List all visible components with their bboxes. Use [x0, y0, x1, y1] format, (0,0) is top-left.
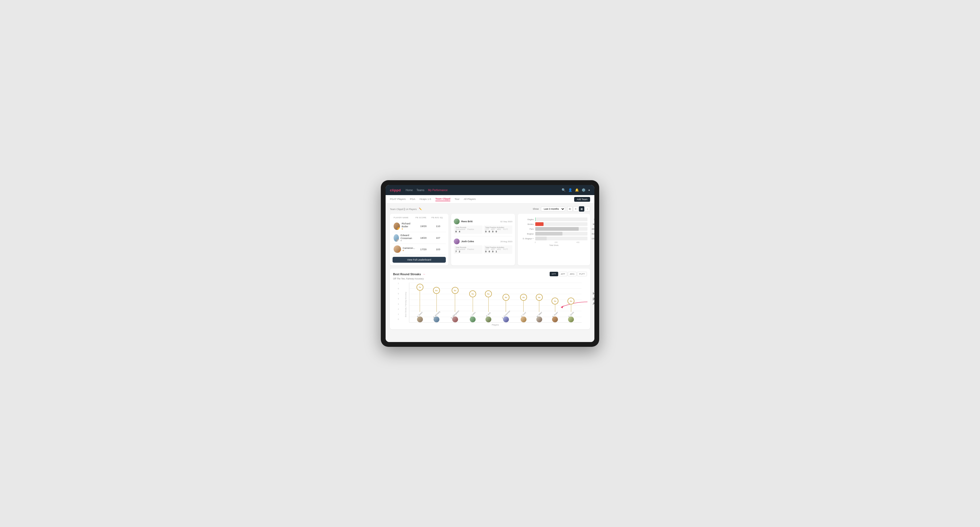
subnav-pga[interactable]: PGA — [410, 197, 415, 201]
view-leaderboard-button[interactable]: View Full Leaderboard — [393, 257, 446, 263]
user-avatar-icon[interactable]: ● — [588, 188, 590, 192]
nav-home[interactable]: Home — [406, 189, 413, 192]
list-view-btn[interactable]: ≡ — [573, 206, 578, 211]
table-row: 1 Richard Butler ♥ 19/20 110 — [393, 221, 446, 232]
y-1: 1 — [398, 313, 399, 315]
streaks-arrow-icon: ← — [423, 273, 426, 275]
tablet-frame: clippd Home Teams My Performance 🔍 👤 🔔 ⚙… — [381, 180, 599, 347]
pc-stats-1: Total Rounds Tournament Practice 8 4 — [454, 225, 512, 234]
streak-chart-container: Best Streak, Fairway Accuracy 0 1 2 3 4 … — [393, 283, 587, 326]
streak-line-crossman — [506, 301, 506, 312]
avatar-2: 2 — [394, 234, 399, 242]
streak-bubble-mcharg: 6x — [433, 287, 440, 294]
tournament-rounds-1: 8 — [455, 230, 457, 233]
subnav-pgat[interactable]: PGAT Players — [390, 197, 406, 201]
y-7: 7 — [398, 283, 399, 284]
player-info-2: 2 Edward Crossman ♥ — [394, 234, 415, 242]
card-view-btn[interactable]: ▦ — [579, 206, 584, 211]
player-name-1: Richard Butler — [402, 222, 415, 228]
rounds-box-2: Total Rounds Tournament Practice 7 2 — [454, 245, 482, 254]
rounds-label-1: Total Rounds — [455, 227, 481, 229]
nav-links: Home Teams My Performance — [406, 189, 557, 192]
player-score-1: 19/20 — [415, 225, 431, 227]
subnav-hcaps[interactable]: Hcaps 1-5 — [419, 197, 431, 201]
filter-app-button[interactable]: APP — [559, 272, 567, 276]
subnav-team-clippd[interactable]: Team Clippd — [435, 197, 450, 201]
rounds-vals-1: 8 4 — [455, 230, 481, 233]
bell-icon[interactable]: 🔔 — [575, 188, 579, 192]
filter-putt-button[interactable]: PUTT — [577, 272, 587, 276]
bar-chart-panel: Eagles 3 Birdies 96 — [518, 214, 590, 265]
arg-2: 0 — [492, 250, 493, 253]
streak-bubble-crossman: 4x — [503, 294, 509, 301]
nav-my-performance[interactable]: My Performance — [428, 189, 447, 192]
y-2: 2 — [398, 308, 399, 310]
ott-2: 0 — [485, 250, 487, 253]
subnav-tour[interactable]: Tour — [455, 197, 460, 201]
rank-badge-1: 1 — [397, 227, 400, 230]
team-title: Team Clippd | 14 Players — [390, 208, 417, 211]
card-avatar-2 — [454, 238, 460, 244]
settings-icon[interactable]: ⚙️ — [582, 188, 585, 192]
bar-fill-eagles — [535, 217, 536, 221]
bar-fill-pars — [535, 227, 579, 231]
tournament-rounds-2: 7 — [455, 250, 457, 253]
arg-1: 0 — [492, 230, 493, 233]
streaks-subtitle: Off The Tee, Fairway Accuracy — [393, 277, 587, 280]
bar-val-pars: 499 — [592, 228, 594, 230]
bar-label-birdies: Birdies — [520, 223, 534, 225]
bar-track-bogeys: 311 — [535, 232, 587, 236]
activities-label-2: Total Practice Activities — [485, 246, 511, 248]
bar-row-bogeys: Bogeys 311 — [520, 232, 587, 236]
activities-sub-2: OTT APP ARG PUTT — [485, 248, 511, 250]
rounds-box-1: Total Rounds Tournament Practice 8 4 — [454, 225, 482, 234]
nav-icons: 🔍 👤 🔔 ⚙️ ● — [562, 188, 590, 192]
add-team-button[interactable]: Add Team — [574, 197, 590, 202]
activities-box-2: Total Practice Activities OTT APP ARG PU… — [484, 245, 512, 254]
player-info-3: 3 Cameron... ♥ — [394, 245, 415, 253]
streak-player-coles: 5x J. Coles — [469, 290, 476, 322]
app-logo: clippd — [390, 188, 401, 192]
pc-header-1: Rees Britt 02 Sep 2023 — [454, 219, 512, 224]
top-nav: clippd Home Teams My Performance 🔍 👤 🔔 ⚙… — [386, 185, 594, 195]
activities-vals-2: 0 0 0 1 — [485, 250, 511, 253]
player-card-2: Josh Coles 26 Aug 2023 Total Rounds Tour… — [454, 237, 512, 256]
filter-arg-button[interactable]: ARG — [568, 272, 577, 276]
player-card-1: Rees Britt 02 Sep 2023 Total Rounds Tour… — [454, 216, 512, 237]
putt-1: 0 — [496, 230, 497, 233]
subnav-all-players[interactable]: All Players — [464, 197, 476, 201]
profile-icon[interactable]: 👤 — [568, 188, 572, 192]
y-0: 0 — [398, 318, 399, 320]
streaks-title: Best Round Streaks — [393, 273, 421, 276]
y-axis-label: Best Streak, Fairway Accuracy — [405, 292, 407, 317]
main-content: Team Clippd | 14 Players ✏️ Show Last 3 … — [386, 204, 594, 342]
tablet-screen: clippd Home Teams My Performance 🔍 👤 🔔 ⚙… — [386, 185, 594, 342]
streak-avatar-britt — [485, 316, 492, 322]
streak-player-ford: 4x D. Ford — [520, 294, 527, 322]
nav-teams[interactable]: Teams — [417, 189, 424, 192]
player-cards-panel: Rees Britt 02 Sep 2023 Total Rounds Tour… — [451, 214, 515, 265]
grid-view-btn[interactable]: ⊞ — [567, 206, 573, 211]
y-6: 6 — [398, 288, 399, 290]
streak-player-ewert: 7x E. Ewert — [416, 284, 423, 322]
activities-vals-1: 0 0 0 0 — [485, 230, 511, 233]
bar-fill-birdies — [535, 222, 544, 226]
y-4: 4 — [398, 298, 399, 300]
search-icon[interactable]: 🔍 — [562, 188, 566, 192]
streak-bubble-quick: 3x — [568, 298, 574, 305]
bar-track-pars: 499 — [535, 227, 587, 231]
streak-filter-buttons: OTT APP ARG PUTT — [550, 272, 587, 276]
rounds-sub-1: Tournament Practice — [455, 229, 481, 230]
period-select[interactable]: Last 3 months — [541, 206, 565, 211]
streak-line-mcharg — [436, 294, 437, 312]
bar-track-eagles: 3 — [535, 217, 587, 221]
streak-line-butler — [555, 305, 555, 312]
streak-bubble-coles: 5x — [469, 290, 476, 297]
bar-row-d-bogeys: D. Bogeys + 131 — [520, 237, 587, 240]
activities-sub-1: OTT APP ARG PUTT — [485, 229, 511, 230]
grid-line-7 — [409, 283, 582, 283]
filter-ott-button[interactable]: OTT — [550, 272, 558, 276]
table-view-btn[interactable]: ↕ — [585, 206, 590, 211]
edit-icon[interactable]: ✏️ — [419, 208, 422, 210]
bar-label-pars: Pars — [520, 228, 534, 230]
